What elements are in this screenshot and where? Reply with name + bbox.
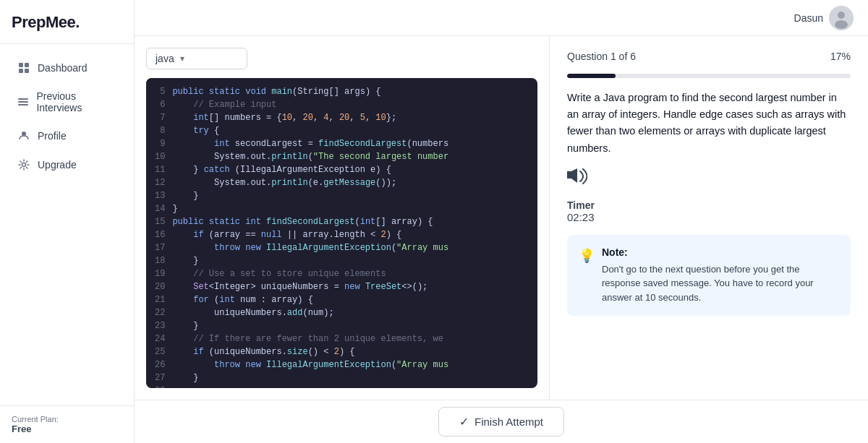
lightbulb-icon: 💡 xyxy=(579,248,595,264)
timer-label: Timer xyxy=(567,199,851,211)
user-info: Dasun xyxy=(794,6,854,30)
user-icon xyxy=(17,129,30,142)
check-icon: ✓ xyxy=(459,415,469,429)
language-selector: java ▾ xyxy=(146,48,537,69)
code-content: public static void main(String[] args) {… xyxy=(172,78,537,388)
current-plan-value: Free xyxy=(12,423,122,434)
content-area: java ▾ 56789 1011121314 1516171819 20212… xyxy=(135,36,868,400)
finish-attempt-label: Finish Attempt xyxy=(475,416,543,428)
svg-point-7 xyxy=(22,132,26,136)
sidebar-nav: Dashboard Previous Interviews Profile xyxy=(0,44,134,405)
svg-point-10 xyxy=(838,12,845,19)
line-numbers: 56789 1011121314 1516171819 2021222324 2… xyxy=(146,78,172,388)
audio-icon[interactable] xyxy=(567,168,851,188)
note-content: Note: Don't go to the next question befo… xyxy=(602,246,839,305)
svg-rect-2 xyxy=(19,69,23,73)
main-area: Dasun java ▾ 56789 xyxy=(135,0,868,443)
language-dropdown[interactable]: java ▾ xyxy=(146,48,247,69)
current-plan-label: Current Plan: xyxy=(12,415,122,423)
timer-section: Timer 02:23 xyxy=(567,199,851,223)
question-text: Write a Java program to find the second … xyxy=(567,90,851,157)
sidebar-item-upgrade-label: Upgrade xyxy=(38,159,77,171)
progress-bar-fill xyxy=(567,74,616,78)
code-editor[interactable]: 56789 1011121314 1516171819 2021222324 2… xyxy=(146,78,537,388)
language-value: java xyxy=(156,53,174,64)
chevron-down-icon: ▾ xyxy=(180,53,184,64)
sidebar-item-profile-label: Profile xyxy=(38,130,67,142)
sidebar-item-dashboard-label: Dashboard xyxy=(38,62,88,74)
list-icon xyxy=(17,95,29,108)
svg-rect-5 xyxy=(18,101,28,103)
finish-attempt-button[interactable]: ✓ Finish Attempt xyxy=(438,407,564,436)
svg-rect-1 xyxy=(25,63,29,67)
sidebar-item-dashboard[interactable]: Dashboard xyxy=(6,54,128,82)
svg-rect-4 xyxy=(18,98,28,100)
note-text: Don't go to the next question before you… xyxy=(602,262,839,305)
logo-area: PrepMee. xyxy=(0,0,134,44)
sidebar-item-previous-interviews[interactable]: Previous Interviews xyxy=(6,83,128,121)
dashboard-icon xyxy=(17,61,30,74)
note-title: Note: xyxy=(602,246,839,258)
sidebar: PrepMee. Dashboard Previou xyxy=(0,0,135,443)
sidebar-item-previous-interviews-label: Previous Interviews xyxy=(36,90,116,113)
sidebar-footer: Current Plan: Free xyxy=(0,405,134,443)
header: Dasun xyxy=(135,0,868,36)
sidebar-item-upgrade[interactable]: Upgrade xyxy=(6,151,128,179)
user-name: Dasun xyxy=(794,12,823,24)
note-box: 💡 Note: Don't go to the next question be… xyxy=(567,235,851,317)
bottom-bar: ✓ Finish Attempt xyxy=(135,400,868,443)
question-number: Question 1 of 6 xyxy=(567,51,636,62)
editor-panel: java ▾ 56789 1011121314 1516171819 20212… xyxy=(135,36,550,400)
svg-rect-6 xyxy=(18,104,28,106)
app-logo: PrepMee. xyxy=(12,13,80,31)
question-percent: 17% xyxy=(830,51,851,62)
question-header: Question 1 of 6 17% xyxy=(567,51,851,62)
sidebar-item-profile[interactable]: Profile xyxy=(6,122,128,150)
avatar xyxy=(829,6,854,30)
svg-rect-0 xyxy=(19,63,23,67)
svg-point-11 xyxy=(835,20,848,29)
svg-rect-3 xyxy=(25,69,29,73)
progress-bar xyxy=(567,74,851,78)
svg-marker-12 xyxy=(567,168,577,183)
svg-point-8 xyxy=(22,163,26,167)
question-panel: Question 1 of 6 17% Write a Java program… xyxy=(550,36,868,400)
gear-icon xyxy=(17,158,30,171)
timer-value: 02:23 xyxy=(567,211,851,223)
